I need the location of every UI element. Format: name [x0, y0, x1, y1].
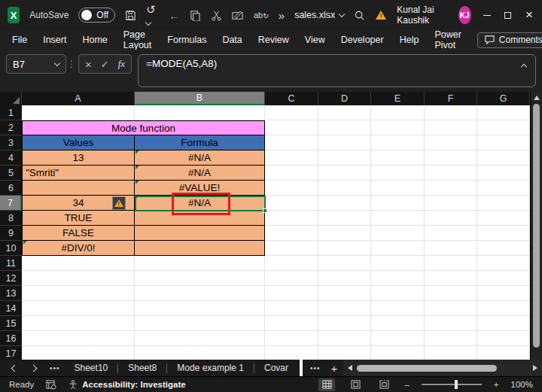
zoom-in-button[interactable]: +: [494, 380, 499, 389]
cell[interactable]: [371, 135, 425, 150]
cell[interactable]: [477, 135, 530, 150]
sheet-tab-mode-example-1[interactable]: Mode example 1: [167, 360, 254, 376]
cell[interactable]: [265, 301, 318, 316]
maximize-button[interactable]: [503, 8, 513, 23]
cell[interactable]: [425, 271, 477, 286]
cell[interactable]: [22, 256, 135, 271]
sheet-tab-sheet10[interactable]: Sheet10: [65, 360, 118, 376]
cell[interactable]: [425, 331, 477, 346]
cell-a3[interactable]: Values: [22, 135, 135, 150]
cell[interactable]: [371, 211, 425, 226]
cell-b9[interactable]: [135, 226, 265, 241]
row-header-10[interactable]: 10: [0, 241, 22, 256]
toolbar-overflow-icon[interactable]: »: [279, 10, 285, 21]
cell[interactable]: [477, 211, 530, 226]
new-sheet-button[interactable]: +: [331, 362, 338, 375]
tab-power-pivot[interactable]: Power Pivot: [434, 29, 461, 50]
tab-formulas[interactable]: Formulas: [167, 35, 206, 45]
tab-view[interactable]: View: [305, 35, 325, 45]
sheet-tab-sheet8[interactable]: Sheet8: [118, 360, 166, 376]
copy-icon[interactable]: [190, 10, 201, 21]
row-header-17[interactable]: 17: [0, 346, 22, 360]
column-header-d[interactable]: D: [318, 92, 371, 105]
cell[interactable]: [425, 346, 477, 360]
cell[interactable]: [371, 286, 425, 301]
row-header-2[interactable]: 2: [0, 120, 22, 135]
cell[interactable]: [318, 241, 371, 256]
row-header-11[interactable]: 11: [0, 256, 22, 271]
cell[interactable]: [425, 181, 477, 196]
vertical-scrollbar[interactable]: [530, 92, 542, 360]
cell[interactable]: [477, 120, 530, 135]
cell[interactable]: [265, 196, 318, 211]
name-box[interactable]: B7: [6, 54, 66, 74]
vertical-scrollbar-thumb[interactable]: [533, 104, 540, 348]
name-box-dropdown-icon[interactable]: [54, 59, 60, 65]
column-header-b[interactable]: B: [135, 92, 265, 105]
cell[interactable]: [318, 166, 371, 181]
cell-b1[interactable]: [135, 105, 265, 120]
activation-warning-icon[interactable]: !: [376, 11, 386, 20]
sheet-nav-left-icon[interactable]: [11, 364, 19, 372]
cell[interactable]: [425, 301, 477, 316]
collapse-formula-bar-icon[interactable]: [521, 64, 527, 70]
cell[interactable]: [425, 226, 477, 241]
cell[interactable]: [22, 301, 135, 316]
cell[interactable]: [265, 150, 318, 166]
cell[interactable]: [371, 241, 425, 256]
cell[interactable]: [265, 241, 318, 256]
cell[interactable]: [477, 166, 530, 181]
cell[interactable]: [135, 316, 265, 331]
cell[interactable]: [318, 316, 371, 331]
scroll-left-icon[interactable]: [348, 365, 352, 371]
cell[interactable]: [22, 286, 135, 301]
cell[interactable]: [371, 256, 425, 271]
cell[interactable]: [425, 166, 477, 181]
excel-logo-icon[interactable]: X: [8, 7, 20, 23]
cell[interactable]: [265, 120, 318, 135]
cell[interactable]: [318, 331, 371, 346]
row-header-14[interactable]: 14: [0, 301, 22, 316]
row-header-12[interactable]: 12: [0, 271, 22, 286]
cell[interactable]: [371, 271, 425, 286]
cell[interactable]: [425, 135, 477, 150]
cell[interactable]: [22, 346, 135, 360]
cell[interactable]: [265, 316, 318, 331]
cell[interactable]: [265, 135, 318, 150]
row-header-4[interactable]: 4: [0, 150, 22, 166]
cell[interactable]: [135, 331, 265, 346]
title-dropdown-icon[interactable]: [339, 11, 345, 17]
zoom-slider[interactable]: [422, 384, 482, 385]
enter-button[interactable]: ✓: [101, 59, 109, 70]
row-header-8[interactable]: 8: [0, 211, 22, 226]
cell[interactable]: [477, 346, 530, 360]
cell[interactable]: [477, 150, 530, 166]
cell[interactable]: [22, 316, 135, 331]
zoom-slider-thumb[interactable]: [455, 380, 458, 389]
cell[interactable]: [265, 346, 318, 360]
comments-button[interactable]: Comments: [477, 32, 542, 48]
cell[interactable]: [477, 181, 530, 196]
cell[interactable]: [135, 271, 265, 286]
row-header-13[interactable]: 13: [0, 286, 22, 301]
autosave-toggle[interactable]: Off: [78, 8, 115, 23]
cell[interactable]: [135, 346, 265, 360]
cell[interactable]: [22, 331, 135, 346]
cell[interactable]: [371, 346, 425, 360]
cell[interactable]: [371, 316, 425, 331]
cell[interactable]: [318, 150, 371, 166]
formula-input[interactable]: =MODE(A5,A8): [138, 54, 536, 87]
cell-b4[interactable]: #N/A: [135, 150, 265, 166]
cell[interactable]: [318, 271, 371, 286]
scroll-right-icon[interactable]: [533, 365, 537, 371]
cell[interactable]: [265, 226, 318, 241]
cell[interactable]: [477, 196, 530, 211]
cell[interactable]: [265, 271, 318, 286]
cell[interactable]: [425, 211, 477, 226]
cell[interactable]: [425, 120, 477, 135]
column-header-g[interactable]: G: [477, 92, 530, 105]
tab-developer[interactable]: Developer: [341, 35, 384, 45]
column-header-e[interactable]: E: [371, 92, 425, 105]
cell[interactable]: [425, 316, 477, 331]
tab-home[interactable]: Home: [82, 35, 107, 45]
